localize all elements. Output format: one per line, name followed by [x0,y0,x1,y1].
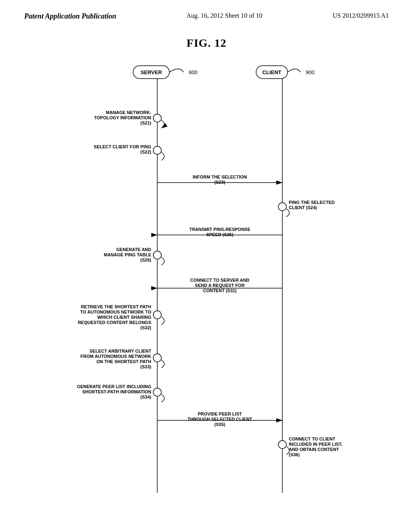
svg-text:SPEED (S25): SPEED (S25) [206,232,234,237]
svg-text:RETRIEVE THE SHORTEST PATH: RETRIEVE THE SHORTEST PATH [81,304,151,309]
svg-text:FROM AUTONOMOUS NETWORK: FROM AUTONOMOUS NETWORK [81,354,151,359]
svg-point-32 [153,311,161,319]
svg-text:(S21): (S21) [140,121,151,125]
svg-point-51 [278,441,286,449]
svg-text:(S26): (S26) [140,258,151,262]
sequence-diagram: SERVER 800 CLIENT 900 MANAGE NETWORK- TO… [0,58,413,501]
svg-text:CLIENT: CLIENT [263,69,282,75]
svg-text:MANAGE NETWORK-: MANAGE NETWORK- [106,110,152,115]
svg-point-8 [153,114,161,122]
svg-text:WHICH CLIENT SHARING: WHICH CLIENT SHARING [97,315,151,320]
svg-text:ON THE SHORTEST PATH: ON THE SHORTEST PATH [96,359,151,364]
svg-text:INCLUDED IN PEER LIST,: INCLUDED IN PEER LIST, [289,442,342,447]
svg-point-38 [153,354,161,362]
svg-text:THROUGH SELECTED CLIENT: THROUGH SELECTED CLIENT [188,417,252,422]
svg-text:CONTENT (S31): CONTENT (S31) [203,288,236,293]
svg-text:CONNECT TO CLIENT: CONNECT TO CLIENT [289,436,336,441]
svg-point-24 [153,251,161,259]
svg-text:(S32): (S32) [140,325,151,330]
svg-text:GENERATE AND: GENERATE AND [116,247,151,252]
svg-text:(S34): (S34) [140,395,151,399]
svg-text:CLIENT (S24): CLIENT (S24) [289,205,317,210]
svg-text:SEND A REQUEST FOR: SEND A REQUEST FOR [195,283,244,288]
svg-text:(S35): (S35) [215,422,225,427]
svg-text:900: 900 [306,69,315,75]
svg-text:AND OBTAIN CONTENT: AND OBTAIN CONTENT [289,447,339,452]
svg-text:SELECT ARBITRARY CLIENT: SELECT ARBITRARY CLIENT [90,349,151,353]
svg-text:REQUESTED CONTENT BELONGS: REQUESTED CONTENT BELONGS [78,320,151,325]
svg-point-12 [153,146,161,154]
page-header: Patent Application Publication Aug. 16, … [0,0,413,25]
svg-text:PROVIDE PEER LIST: PROVIDE PEER LIST [198,411,242,416]
svg-text:CONNECT TO SERVER AND: CONNECT TO SERVER AND [190,278,249,283]
svg-text:(S33): (S33) [140,364,151,369]
publication-title: Patent Application Publication [24,12,116,21]
svg-text:GENERATE PEER LIST INCLUDING: GENERATE PEER LIST INCLUDING [77,384,151,389]
svg-text:TO AUTONOMOUS NETWORK TO: TO AUTONOMOUS NETWORK TO [80,310,152,314]
patent-number: US 2012/0209915 A1 [332,12,389,19]
figure-title: FIG. 12 [0,37,413,50]
svg-text:(S36): (S36) [289,452,300,457]
sheet-info: Aug. 16, 2012 Sheet 10 of 10 [186,12,262,19]
svg-text:MANAGE PING TABLE: MANAGE PING TABLE [104,252,151,257]
svg-text:(S22): (S22) [140,150,151,154]
svg-text:INFORM THE SELECTION: INFORM THE SELECTION [193,175,247,179]
svg-point-43 [153,388,161,396]
svg-text:800: 800 [189,69,198,75]
svg-text:SELECT CLIENT FOR PING: SELECT CLIENT FOR PING [94,144,151,149]
svg-text:(S23): (S23) [215,180,225,185]
svg-point-18 [278,203,286,211]
svg-text:SHORTEST-PATH INFORMATION: SHORTEST-PATH INFORMATION [82,389,151,394]
svg-text:TRANSMIT PING-RESPONSE: TRANSMIT PING-RESPONSE [189,227,250,232]
svg-text:TOPOLOGY INFORMATION: TOPOLOGY INFORMATION [94,115,151,120]
svg-text:PING THE SELECTED: PING THE SELECTED [289,200,335,205]
svg-text:SERVER: SERVER [140,69,162,75]
